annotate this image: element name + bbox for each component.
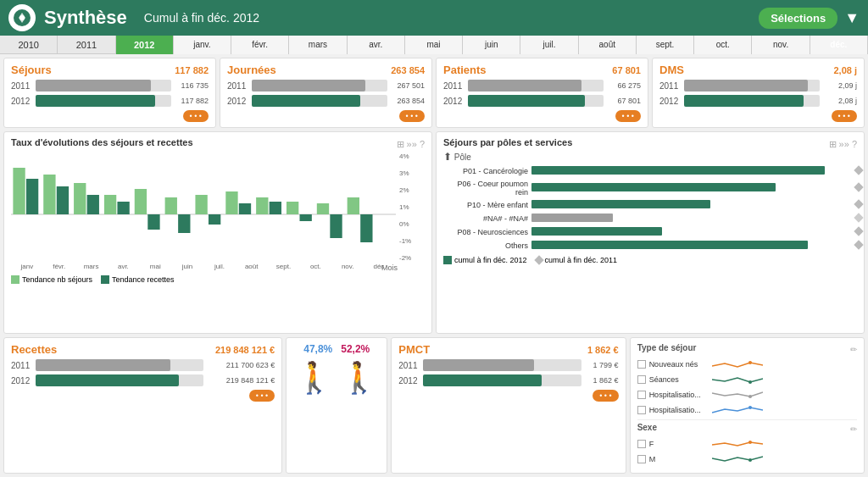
month-jan[interactable]: janv.: [174, 36, 231, 54]
journees-card: Journées 263 854 2011 267 501 2012 263 8…: [220, 58, 432, 128]
year-2012[interactable]: 2012: [116, 36, 174, 54]
taux-chart-title: Taux d'évolutions des séjours et recette…: [11, 137, 193, 147]
journees-bar-2012: 2012 263 854: [227, 95, 425, 107]
sparkline-4: [712, 403, 857, 416]
female-figure: 🚶: [340, 360, 378, 396]
svg-rect-16: [209, 214, 220, 225]
app-title: Synthèse: [44, 7, 127, 29]
svg-rect-10: [117, 202, 129, 214]
sparkline-m: [712, 452, 857, 465]
filter-icon[interactable]: ▼: [844, 9, 860, 27]
timeline: 2010 2011 2012 janv. févr. mars avr. mai…: [0, 36, 868, 54]
dms-title: DMS: [659, 64, 684, 76]
journees-more-btn[interactable]: • • •: [399, 110, 425, 122]
month-jul[interactable]: juil.: [520, 36, 578, 54]
sexe-row-m: M: [637, 452, 857, 465]
svg-rect-4: [26, 179, 38, 214]
svg-rect-25: [348, 197, 359, 214]
month-nov[interactable]: nov.: [752, 36, 810, 54]
recettes-more-btn[interactable]: • • •: [249, 390, 275, 402]
dms-bar-2012: 2012 2,08 j: [659, 95, 857, 107]
pct-female: 52,2%: [341, 343, 370, 355]
y-axis: 4% 3% 2% 1% 0% -1% -2%: [399, 151, 425, 274]
sejours-bar-2012: 2012 117 882: [11, 95, 209, 107]
svg-rect-24: [330, 214, 342, 238]
type-row-1: Nouveaux nés: [637, 358, 857, 370]
pole-legend-2011: cumul à fin déc. 2011: [536, 256, 618, 264]
sejours-more-btn[interactable]: • • •: [183, 110, 209, 122]
type-sejour-title: Type de séjour: [637, 343, 697, 352]
dms-bar-2011: 2011 2,09 j: [659, 80, 857, 92]
pole-row-1: P01 - Cancérologie: [443, 166, 857, 176]
sejours-value: 117 882: [175, 65, 209, 75]
month-feb[interactable]: févr.: [231, 36, 289, 54]
journees-value: 263 854: [391, 65, 425, 75]
sejours-card: Séjours 117 882 2011 116 735 2012 117 88…: [3, 58, 216, 128]
pmct-value: 1 862 €: [587, 345, 619, 355]
svg-rect-26: [360, 214, 372, 242]
year-2010[interactable]: 2010: [0, 36, 58, 54]
pole-icon-label: ⬆ Pôle: [443, 151, 857, 163]
selections-button[interactable]: Sélections: [759, 8, 837, 29]
type-check-4[interactable]: [637, 406, 646, 414]
taux-chart-icons[interactable]: ⊞ »» ?: [397, 139, 425, 150]
svg-rect-7: [74, 183, 86, 214]
gender-card: 47,8% 52,2% 🚶 🚶: [286, 337, 387, 474]
svg-point-32: [748, 458, 752, 462]
sexe-row-f: F: [637, 437, 857, 450]
pole-row-4: #NA# - #NA#: [443, 214, 857, 224]
month-mar[interactable]: mars: [289, 36, 347, 54]
svg-rect-9: [104, 195, 116, 214]
pole-diamond: [854, 182, 863, 191]
svg-rect-14: [178, 214, 190, 233]
sexe-title: Sexe: [637, 423, 657, 432]
svg-rect-12: [147, 214, 159, 230]
pmct-card: PMCT 1 862 € 2011 1 799 € 2012 1 862 € •…: [391, 337, 626, 474]
pole-diamond: [854, 199, 863, 208]
svg-rect-18: [239, 203, 251, 214]
type-check-3[interactable]: [637, 391, 646, 399]
patients-more-btn[interactable]: • • •: [615, 110, 641, 122]
recettes-value: 219 848 121 €: [215, 345, 275, 355]
poles-chart-card: Séjours par pôles et services ⊞ »» ? ⬆ P…: [436, 131, 865, 334]
month-jun[interactable]: juin: [463, 36, 520, 54]
gender-figures: 🚶 🚶: [295, 360, 378, 396]
dms-more-btn[interactable]: • • •: [832, 110, 857, 122]
recettes-bar-2012: 2012 219 848 121 €: [11, 374, 275, 386]
poles-chart-icons[interactable]: ⊞ »» ?: [829, 139, 857, 150]
sparkline-3: [712, 388, 857, 401]
pole-bar-2012: [531, 241, 808, 249]
chart-legend: Tendance nb séjours Tendance recettes: [11, 275, 425, 284]
svg-rect-17: [225, 191, 237, 214]
sexe-check-m[interactable]: [637, 455, 646, 463]
svg-rect-3: [13, 168, 25, 214]
month-oct[interactable]: oct.: [694, 36, 752, 54]
type-check-2[interactable]: [637, 375, 646, 384]
year-2011[interactable]: 2011: [58, 36, 115, 54]
sexe-edit-icon[interactable]: ✏: [850, 424, 857, 434]
month-sep[interactable]: sept.: [637, 36, 694, 54]
pmct-title: PMCT: [398, 343, 430, 356]
month-dec[interactable]: déc.: [810, 36, 868, 54]
svg-point-1: [19, 15, 25, 20]
pole-row-5: P08 - Neurosciences: [443, 227, 857, 237]
sexe-check-f[interactable]: [637, 440, 646, 448]
pole-legend-2012: cumul à fin déc. 2012: [443, 256, 527, 264]
recettes-card: Recettes 219 848 121 € 2011 211 700 623 …: [3, 337, 282, 474]
svg-rect-6: [57, 186, 69, 214]
sparkline-f: [712, 437, 857, 450]
header: Synthèse Cumul à fin déc. 2012 Sélection…: [0, 0, 868, 36]
main-content: Séjours 117 882 2011 116 735 2012 117 88…: [0, 54, 868, 477]
month-apr[interactable]: avr.: [348, 36, 405, 54]
month-may[interactable]: mai: [405, 36, 463, 54]
svg-rect-23: [317, 203, 329, 214]
type-sexe-card: Type de séjour ✏ Nouveaux nés Séances Ho…: [630, 337, 865, 474]
pole-row-6: Others: [443, 241, 857, 251]
svg-point-27: [748, 361, 752, 364]
bottom-row: Recettes 219 848 121 € 2011 211 700 623 …: [3, 337, 865, 474]
pmct-bar-2012: 2012 1 862 €: [398, 374, 618, 386]
pmct-more-btn[interactable]: • • •: [593, 390, 618, 402]
type-edit-icon[interactable]: ✏: [850, 345, 857, 354]
type-check-1[interactable]: [637, 360, 646, 369]
month-aug[interactable]: août: [579, 36, 637, 54]
